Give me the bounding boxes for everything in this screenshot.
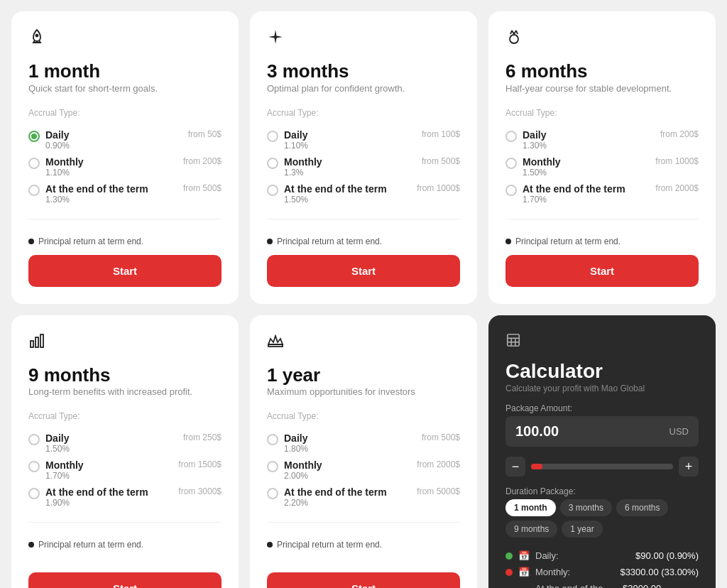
accrual-option-6months-0[interactable]: Daily 1.30% from 200$ — [505, 129, 699, 151]
option-from-6months-2: from 2000$ — [655, 183, 699, 193]
option-from-9months-2: from 3000$ — [178, 486, 222, 496]
duration-chip-1[interactable]: 3 months — [560, 499, 612, 516]
duration-chip-4[interactable]: 1 year — [562, 521, 602, 538]
option-name-1year-1: Monthly — [284, 459, 322, 471]
start-button-6months[interactable]: Start — [505, 255, 699, 287]
radio-9months-1[interactable] — [28, 461, 40, 472]
result-dot-0 — [505, 552, 513, 560]
option-rate-3months-0: 1.10% — [284, 141, 308, 151]
radio-1month-1[interactable] — [28, 158, 40, 169]
option-from-1month-2: from 500$ — [183, 183, 222, 193]
card-subtitle-1month: Quick start for short-term goals. — [28, 83, 222, 94]
card-6months: 6 months Half-year course for stable dev… — [488, 11, 716, 304]
radio-1year-0[interactable] — [267, 434, 278, 445]
result-row-0: 📅 Daily: $90.00 (0.90%) — [505, 550, 699, 561]
card-title-1month: 1 month — [28, 61, 222, 82]
radio-3months-1[interactable] — [267, 158, 278, 169]
option-name-3months-1: Monthly — [284, 156, 322, 168]
radio-1year-1[interactable] — [267, 461, 278, 472]
principal-dot-9months — [28, 542, 34, 548]
result-dot-1 — [505, 569, 513, 576]
option-rate-3months-1: 1.3% — [284, 168, 322, 178]
package-amount-label: Package Amount: — [505, 403, 699, 413]
start-button-1month[interactable]: Start — [28, 255, 222, 287]
duration-chip-3[interactable]: 9 months — [505, 521, 557, 538]
accrual-option-3months-0[interactable]: Daily 1.10% from 100$ — [267, 129, 460, 151]
radio-1month-0[interactable] — [28, 131, 40, 142]
result-value-0: $90.00 (0.90%) — [635, 550, 699, 561]
principal-dot-1month — [28, 239, 34, 244]
option-rate-9months-2: 1.90% — [45, 498, 148, 508]
radio-6months-0[interactable] — [505, 131, 517, 142]
slider-row: − + — [505, 457, 699, 477]
option-name-6months-1: Monthly — [523, 156, 561, 168]
radio-6months-2[interactable] — [505, 185, 517, 196]
accrual-label-1year: Accrual Type: — [267, 411, 460, 421]
radio-1month-2[interactable] — [28, 185, 40, 196]
divider-9months — [28, 522, 222, 523]
accrual-option-3months-1[interactable]: Monthly 1.3% from 500$ — [267, 156, 460, 178]
option-rate-3months-2: 1.50% — [284, 195, 387, 205]
option-name-1month-0: Daily — [45, 129, 70, 141]
accrual-option-6months-2[interactable]: At the end of the term 1.70% from 2000$ — [505, 183, 699, 205]
duration-chip-0[interactable]: 1 month — [505, 499, 556, 516]
card-1year: 1 year Maximum opportunities for investo… — [250, 315, 477, 588]
accrual-label-9months: Accrual Type: — [28, 411, 222, 421]
start-button-3months[interactable]: Start — [267, 255, 460, 287]
card-title-3months: 3 months — [267, 61, 460, 82]
radio-3months-0[interactable] — [267, 131, 278, 142]
option-from-3months-1: from 500$ — [422, 156, 460, 166]
card-9months: 9 months Long-term benefits with increas… — [11, 315, 239, 588]
accrual-option-9months-2[interactable]: At the end of the term 1.90% from 3000$ — [28, 486, 222, 508]
amount-input-row[interactable]: 100.00 USD — [505, 416, 699, 447]
amount-currency: USD — [669, 426, 689, 437]
option-name-1month-1: Monthly — [45, 156, 84, 168]
radio-1year-2[interactable] — [267, 488, 278, 499]
radio-6months-1[interactable] — [505, 158, 517, 169]
option-rate-6months-1: 1.50% — [523, 168, 561, 178]
accrual-option-1year-1[interactable]: Monthly 2.00% from 2000$ — [267, 459, 460, 481]
radio-9months-2[interactable] — [28, 488, 40, 499]
divider-1month — [28, 219, 222, 219]
calculator-panel: Calculator Calculate your profit with Ma… — [488, 315, 716, 588]
slider-plus-button[interactable]: + — [679, 457, 699, 477]
start-button-9months[interactable]: Start — [28, 572, 222, 588]
option-from-1month-0: from 50$ — [188, 129, 222, 139]
accrual-option-1year-2[interactable]: At the end of the term 2.20% from 5000$ — [267, 486, 460, 508]
svg-rect-8 — [508, 334, 520, 346]
accrual-option-1year-0[interactable]: Daily 1.80% from 500$ — [267, 432, 460, 454]
svg-rect-6 — [40, 334, 43, 347]
option-name-3months-0: Daily — [284, 129, 308, 141]
calc-icon — [505, 332, 699, 351]
radio-9months-0[interactable] — [28, 434, 40, 445]
accrual-option-1month-1[interactable]: Monthly 1.10% from 200$ — [28, 156, 222, 178]
card-icon-9months — [28, 332, 222, 354]
accrual-option-3months-2[interactable]: At the end of the term 1.50% from 1000$ — [267, 183, 460, 205]
accrual-option-1month-0[interactable]: Daily 0.90% from 50$ — [28, 129, 222, 151]
option-rate-6months-2: 1.70% — [523, 195, 625, 205]
result-name-1: Monthly: — [535, 567, 570, 577]
option-from-1year-2: from 5000$ — [417, 486, 460, 496]
start-button-1year[interactable]: Start — [267, 572, 460, 588]
option-rate-9months-1: 1.70% — [45, 471, 84, 481]
card-icon-1month — [28, 28, 222, 50]
duration-chips: 1 month 3 months 6 months 9 months 1 yea… — [505, 499, 699, 538]
option-from-3months-2: from 1000$ — [417, 183, 460, 193]
option-from-1year-1: from 2000$ — [417, 459, 460, 469]
calc-results: 📅 Daily: $90.00 (0.90%) 📅 Monthly: $3300… — [505, 550, 699, 588]
option-name-1year-0: Daily — [284, 432, 308, 444]
accrual-option-9months-1[interactable]: Monthly 1.70% from 1500$ — [28, 459, 222, 481]
card-3months: 3 months Optimal plan for confident grow… — [250, 11, 477, 304]
accrual-label-6months: Accrual Type: — [505, 108, 699, 118]
accrual-option-1month-2[interactable]: At the end of the term 1.30% from 500$ — [28, 183, 222, 205]
slider-minus-button[interactable]: − — [505, 457, 525, 477]
accrual-option-6months-1[interactable]: Monthly 1.50% from 1000$ — [505, 156, 699, 178]
radio-3months-2[interactable] — [267, 185, 278, 196]
accrual-option-9months-0[interactable]: Daily 1.50% from 250$ — [28, 432, 222, 454]
duration-label: Duration Package: — [505, 486, 699, 496]
amount-value: 100.00 — [515, 423, 559, 440]
option-rate-1month-0: 0.90% — [45, 141, 70, 151]
slider-track[interactable] — [531, 464, 673, 469]
option-name-1month-2: At the end of the term — [45, 183, 148, 195]
duration-chip-2[interactable]: 6 months — [616, 499, 668, 516]
